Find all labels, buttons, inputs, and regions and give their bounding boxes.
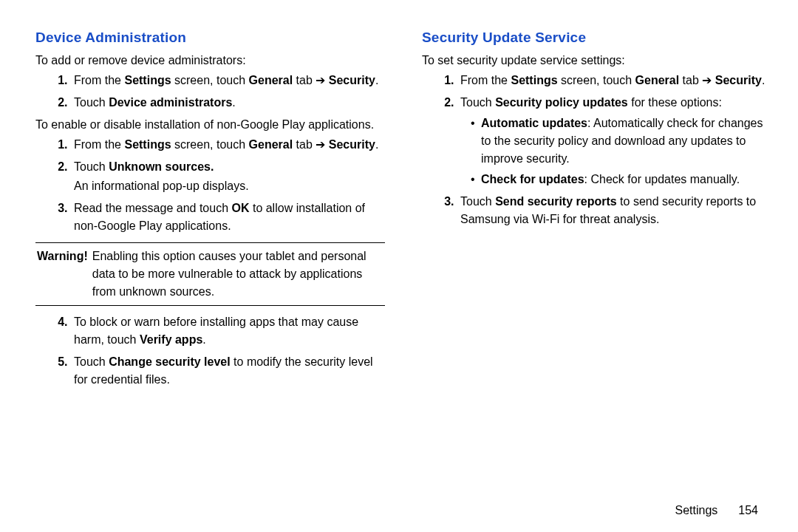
bold: OK xyxy=(231,202,249,214)
text: Touch xyxy=(74,355,109,368)
footer-page-number: 154 xyxy=(738,504,758,517)
text: : Check for updates manually. xyxy=(584,173,740,185)
list-item: From the Settings screen, touch General … xyxy=(457,72,771,89)
warning-text: Enabling this option causes your tablet … xyxy=(92,248,385,301)
bold: Automatic updates xyxy=(481,117,587,129)
arrow-icon: ➔ xyxy=(316,138,325,151)
text: . xyxy=(762,74,765,86)
bullet-item: Automatic updates: Automatically check f… xyxy=(471,115,771,168)
text: Touch xyxy=(74,160,109,173)
text: for these options: xyxy=(628,96,722,109)
text: screen, touch xyxy=(171,138,249,151)
manual-page: Device Administration To add or remove d… xyxy=(0,0,798,532)
page-footer: Settings 154 xyxy=(35,499,771,517)
bold: Check for updates xyxy=(481,173,584,185)
ordered-list-3: To block or warn before installing apps … xyxy=(35,313,385,389)
bold: Change security level xyxy=(109,355,231,368)
bold: Settings xyxy=(124,138,171,151)
list-item: From the Settings screen, touch General … xyxy=(71,72,385,89)
bold: General xyxy=(249,138,293,151)
text: From the xyxy=(74,74,124,86)
ordered-list-right: From the Settings screen, touch General … xyxy=(422,72,771,228)
text: From the xyxy=(74,138,124,151)
text: Touch xyxy=(460,195,495,208)
warning-label: Warning! xyxy=(35,248,92,301)
list-item: Touch Change security level to modify th… xyxy=(71,353,385,389)
bold: Security xyxy=(715,74,762,86)
bullet-list: Automatic updates: Automatically check f… xyxy=(460,115,771,188)
footer-section: Settings xyxy=(675,504,717,517)
bold: Security xyxy=(329,74,375,86)
warning-row: Warning! Enabling this option causes you… xyxy=(35,248,385,301)
ordered-list-1: From the Settings screen, touch General … xyxy=(35,72,385,112)
list-item: Read the message and touch OK to allow i… xyxy=(71,200,385,235)
arrow-icon: ➔ xyxy=(316,74,325,86)
bold: Settings xyxy=(124,74,171,86)
text: . xyxy=(375,74,378,86)
list-item: To block or warn before installing apps … xyxy=(71,313,385,349)
bold: Settings xyxy=(511,74,557,86)
list-item: Touch Send security reports to send secu… xyxy=(457,193,771,228)
left-column: Device Administration To add or remove d… xyxy=(35,30,392,499)
arrow-icon: ➔ xyxy=(702,74,712,86)
intro-text: To add or remove device administrators: xyxy=(35,52,385,69)
bullet-item: Check for updates: Check for updates man… xyxy=(471,171,771,188)
intro-text: To enable or disable installation of non… xyxy=(35,116,385,133)
text: . xyxy=(375,138,378,151)
heading-device-administration: Device Administration xyxy=(35,30,385,46)
bold: Send security reports xyxy=(495,195,617,208)
bold: Verify apps xyxy=(140,333,202,346)
text: screen, touch xyxy=(171,74,249,86)
right-column: Security Update Service To set security … xyxy=(415,30,771,499)
followup-text: An informational pop-up displays. xyxy=(74,177,385,195)
bold: Device administrators xyxy=(109,96,232,109)
list-item: From the Settings screen, touch General … xyxy=(71,136,385,154)
text: Read the message and touch xyxy=(74,202,231,214)
bold: Security xyxy=(329,138,375,151)
heading-security-update-service: Security Update Service xyxy=(422,30,771,46)
list-item: Touch Device administrators. xyxy=(71,94,385,112)
list-item: Touch Security policy updates for these … xyxy=(457,94,771,188)
bold: Unknown sources. xyxy=(109,160,214,173)
ordered-list-2: From the Settings screen, touch General … xyxy=(35,136,385,235)
text: tab xyxy=(293,74,316,86)
list-item: Touch Unknown sources. An informational … xyxy=(71,158,385,195)
text: tab xyxy=(293,138,316,151)
text: From the xyxy=(460,74,511,86)
text: Touch xyxy=(460,96,495,109)
text: screen, touch xyxy=(558,74,635,86)
bold: General xyxy=(635,74,680,86)
bold: General xyxy=(249,74,293,86)
text: Touch xyxy=(74,96,109,109)
text: . xyxy=(202,333,205,346)
bold: Security policy updates xyxy=(495,96,628,109)
text: tab xyxy=(679,74,702,86)
text: . xyxy=(232,96,235,109)
text: To block or warn before installing apps … xyxy=(74,316,358,346)
intro-text: To set security update service settings: xyxy=(422,52,771,69)
warning-box: Warning! Enabling this option causes you… xyxy=(35,242,385,306)
two-column-layout: Device Administration To add or remove d… xyxy=(35,30,771,499)
